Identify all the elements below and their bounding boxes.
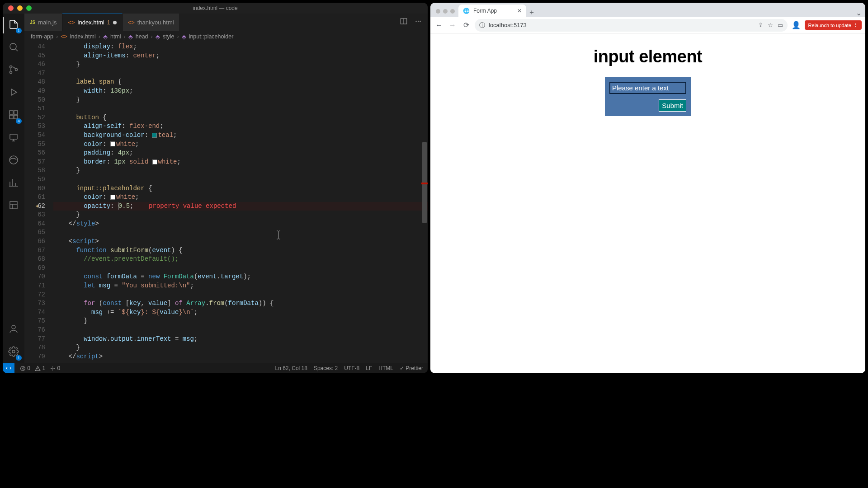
tab-label: main.js <box>38 19 57 26</box>
layout-icon[interactable] <box>8 200 19 212</box>
chevron-right-icon: › <box>56 33 58 40</box>
svg-point-2 <box>10 71 12 74</box>
chevron-right-icon: › <box>124 33 126 40</box>
editor-scrollbar[interactable] <box>421 42 428 363</box>
run-debug-icon[interactable] <box>8 87 19 99</box>
ports-count[interactable]: 0 <box>50 365 60 371</box>
settings-gear-icon[interactable]: 1 <box>8 346 19 359</box>
page-content: input element Submit <box>430 33 865 373</box>
browser-toolbar: ← → ⟳ ⓘ localhost:5173 ⇪ ☆ ▭ 👤 Relaunch … <box>430 17 865 33</box>
close-window-button[interactable] <box>436 9 440 14</box>
symbol-icon: ⬘ <box>128 33 133 40</box>
tab-problem-count: 1 <box>107 19 110 26</box>
form-container: Submit <box>605 77 691 116</box>
code-content[interactable]: display: flex; align-items: center; } la… <box>53 42 428 363</box>
tab-index-html[interactable]: <> index.html 1 <box>62 14 122 31</box>
browser-tabstrip: 🌐 Form App ✕ ＋ ⌄ <box>430 3 865 17</box>
svg-rect-8 <box>10 134 17 139</box>
relaunch-update-button[interactable]: Relaunch to update ⋮ <box>805 20 862 30</box>
error-marker <box>421 183 428 184</box>
breadcrumb[interactable]: form-app› <>index.html› ⬘html› ⬘head› ⬘s… <box>24 31 428 42</box>
close-window-button[interactable] <box>8 5 14 11</box>
tab-label: thankyou.html <box>137 19 174 26</box>
eol[interactable]: LF <box>366 365 372 371</box>
window-title: index.html — code <box>193 5 237 11</box>
breadcrumb-item[interactable]: form-app <box>31 33 53 40</box>
svg-point-0 <box>10 43 16 50</box>
svg-point-15 <box>418 21 419 22</box>
settings-badge: 1 <box>16 355 22 361</box>
reader-icon[interactable]: ▭ <box>778 22 783 28</box>
symbol-icon: ⬘ <box>103 33 108 40</box>
close-tab-icon[interactable]: ✕ <box>517 8 522 14</box>
browser-tab-title: Form App <box>473 8 497 14</box>
new-tab-button[interactable]: ＋ <box>526 8 537 17</box>
sparkle-icon: ✦ <box>35 202 39 211</box>
remote-icon[interactable] <box>8 132 19 145</box>
html-file-icon: <> <box>68 19 75 26</box>
cursor-position[interactable]: Ln 62, Col 18 <box>275 365 307 371</box>
svg-point-3 <box>15 69 18 71</box>
errors-count[interactable]: 0 <box>20 365 30 371</box>
back-button[interactable]: ← <box>434 21 444 29</box>
chart-icon[interactable] <box>8 177 19 190</box>
svg-point-11 <box>12 325 15 329</box>
forward-button[interactable]: → <box>448 21 458 29</box>
language-mode[interactable]: HTML <box>378 365 393 371</box>
maximize-window-button[interactable] <box>450 9 455 14</box>
maximize-window-button[interactable] <box>26 5 32 11</box>
bookmark-icon[interactable]: ☆ <box>768 22 773 28</box>
page-heading: input element <box>594 47 703 66</box>
source-control-icon[interactable] <box>8 64 19 77</box>
chevron-right-icon: › <box>177 33 179 40</box>
remote-indicator[interactable] <box>3 363 14 373</box>
breadcrumb-item[interactable]: index.html <box>70 33 96 40</box>
browser-window: 🌐 Form App ✕ ＋ ⌄ ← → ⟳ ⓘ localhost:5173 … <box>430 3 865 373</box>
tab-main-js[interactable]: JS main.js <box>24 14 62 31</box>
html-file-icon: <> <box>128 19 135 26</box>
reload-button[interactable]: ⟳ <box>461 21 471 29</box>
edge-icon[interactable] <box>8 155 19 167</box>
breadcrumb-item[interactable]: style <box>163 33 175 40</box>
status-bar: 0 1 0 Ln 62, Col 18 Spaces: 2 UTF-8 LF H… <box>3 363 428 373</box>
profile-icon[interactable]: 👤 <box>791 21 801 29</box>
indent-setting[interactable]: Spaces: 2 <box>314 365 338 371</box>
site-info-icon[interactable]: ⓘ <box>479 21 485 29</box>
js-file-icon: JS <box>30 20 35 25</box>
tab-label: index.html <box>78 19 104 26</box>
text-input[interactable] <box>609 82 686 94</box>
minimize-window-button[interactable] <box>17 5 23 11</box>
breadcrumb-item[interactable]: input::placeholder <box>189 33 234 40</box>
submit-button[interactable]: Submit <box>659 99 686 112</box>
account-icon[interactable] <box>8 324 19 336</box>
minimize-window-button[interactable] <box>443 9 448 14</box>
warnings-count[interactable]: 1 <box>35 365 45 371</box>
svg-point-9 <box>9 156 18 164</box>
url-text: localhost:5173 <box>489 22 527 28</box>
encoding[interactable]: UTF-8 <box>344 365 359 371</box>
more-actions-icon[interactable] <box>414 17 422 27</box>
svg-point-12 <box>12 350 15 353</box>
svg-point-1 <box>10 66 12 68</box>
browser-tab[interactable]: 🌐 Form App ✕ <box>458 5 526 17</box>
code-editor[interactable]: 4445464748495051525354555657585960616263… <box>24 42 428 363</box>
dirty-indicator-icon <box>113 21 117 24</box>
svg-point-14 <box>415 21 416 22</box>
svg-rect-5 <box>14 111 18 114</box>
explorer-badge: 1 <box>16 28 22 33</box>
svg-rect-6 <box>9 115 13 119</box>
share-icon[interactable]: ⇪ <box>758 22 763 28</box>
breadcrumb-item[interactable]: html <box>110 33 121 40</box>
split-editor-icon[interactable] <box>400 17 408 27</box>
extensions-icon[interactable]: 4 <box>8 109 19 122</box>
symbol-icon: ⬘ <box>156 33 160 40</box>
explorer-icon[interactable]: 1 <box>8 19 19 32</box>
vscode-window: index.html — code 1 4 <box>3 3 428 373</box>
formatter[interactable]: ✓ Prettier <box>400 365 423 371</box>
tab-list-icon[interactable]: ⌄ <box>856 9 862 17</box>
breadcrumb-item[interactable]: head <box>136 33 148 40</box>
chevron-right-icon: › <box>99 33 100 40</box>
search-icon[interactable] <box>8 42 19 54</box>
address-bar[interactable]: ⓘ localhost:5173 ⇪ ☆ ▭ <box>475 19 788 32</box>
tab-thankyou-html[interactable]: <> thankyou.html <box>123 14 180 31</box>
